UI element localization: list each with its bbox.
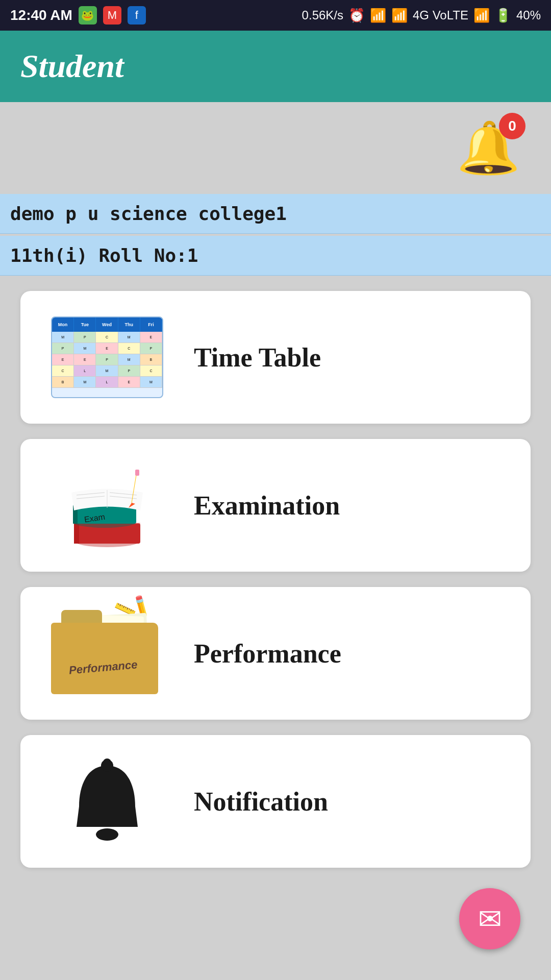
notif-bell-svg xyxy=(66,755,148,847)
tt-row: E E P M B xyxy=(52,354,162,365)
class-roll-banner: 11th(i) Roll No:1 xyxy=(0,236,551,276)
svg-point-14 xyxy=(96,828,118,841)
exam-drawing: Exam xyxy=(56,462,158,549)
examination-label: Examination xyxy=(194,491,340,521)
battery-icon: 🔋 xyxy=(495,8,511,23)
college-banner: demo p u science college1 xyxy=(0,194,551,234)
college-name: demo p u science college1 xyxy=(10,203,287,224)
app-header: Student xyxy=(0,31,551,102)
tt-header: Mon Tue Wed Thu Fri xyxy=(52,317,162,332)
folder-text: Performance xyxy=(68,658,138,677)
fab-compose-button[interactable]: ✉ xyxy=(459,888,520,949)
signal-icon-2: 📶 xyxy=(473,8,490,23)
tt-row: C L M P C xyxy=(52,365,162,377)
content-area: 🔔 0 demo p u science college1 11th(i) Ro… xyxy=(0,102,551,903)
status-time: 12:40 AM xyxy=(10,7,72,23)
wifi-icon: 📶 xyxy=(370,8,386,23)
tt-body: M P C M E P M E C P xyxy=(52,332,162,388)
status-bar-right: 0.56K/s ⏰ 📶 📶 4G VoLTE 📶 🔋 40% xyxy=(302,8,541,23)
folder-drawing: ✏️ 📏 Performance xyxy=(51,605,163,702)
app-icon-fb: f xyxy=(128,6,146,24)
app-title: Student xyxy=(20,47,124,85)
notification-label: Notification xyxy=(194,787,328,817)
header-bell-button[interactable]: 🔔 0 xyxy=(457,118,520,178)
network-type: 4G VoLTE xyxy=(413,8,468,22)
notification-count-badge: 0 xyxy=(499,113,525,139)
performance-label: Performance xyxy=(194,639,341,669)
performance-card[interactable]: ✏️ 📏 Performance Performance xyxy=(20,587,531,720)
svg-rect-2 xyxy=(74,523,79,544)
timetable-label: Time Table xyxy=(194,342,321,373)
app-icon-1: 🐸 xyxy=(79,6,97,24)
folder-body: Performance xyxy=(51,623,158,694)
examination-card[interactable]: Exam Examination xyxy=(20,439,531,572)
tt-row: M P C M E xyxy=(52,332,162,343)
svg-rect-11 xyxy=(135,470,139,476)
class-roll-text: 11th(i) Roll No:1 xyxy=(10,245,198,266)
tt-row: P M E C P xyxy=(52,343,162,354)
tt-row: B M L E M xyxy=(52,377,162,388)
bell-notification-area: 🔔 0 xyxy=(0,102,551,194)
timetable-mini-icon: Mon Tue Wed Thu Fri M P C M E xyxy=(51,316,163,398)
network-speed: 0.56K/s xyxy=(302,8,343,22)
status-bar: 12:40 AM 🐸 M f 0.56K/s ⏰ 📶 📶 4G VoLTE 📶 … xyxy=(0,0,551,31)
notification-card[interactable]: Notification xyxy=(20,735,531,868)
exam-svg: Exam xyxy=(56,462,158,549)
exam-icon-area: Exam xyxy=(46,459,168,551)
timetable-card[interactable]: Mon Tue Wed Thu Fri M P C M E xyxy=(20,291,531,424)
alarm-icon: ⏰ xyxy=(348,8,365,23)
performance-icon-area: ✏️ 📏 Performance xyxy=(46,607,168,699)
cards-section: Mon Tue Wed Thu Fri M P C M E xyxy=(0,276,551,903)
svg-point-13 xyxy=(103,758,111,767)
signal-icon: 📶 xyxy=(391,8,408,23)
fab-mail-icon: ✉ xyxy=(478,902,502,936)
notification-bell-container xyxy=(51,755,163,847)
app-icon-gmail: M xyxy=(103,6,121,24)
notification-icon-area xyxy=(46,755,168,847)
timetable-icon-area: Mon Tue Wed Thu Fri M P C M E xyxy=(46,311,168,403)
status-bar-left: 12:40 AM 🐸 M f xyxy=(10,6,146,24)
battery-percent: 40% xyxy=(516,8,541,22)
